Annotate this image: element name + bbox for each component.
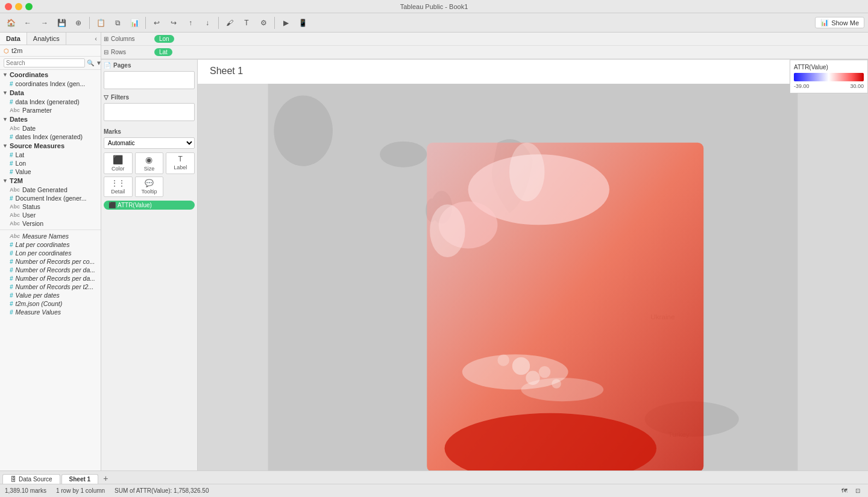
shelves-area: ⊞ Columns Lon ⊟ Rows Lat bbox=[101, 33, 868, 60]
field-user[interactable]: Abc User bbox=[0, 211, 101, 219]
columns-label-text: Columns bbox=[111, 36, 134, 42]
field-lon-per-coord[interactable]: # Lon per coordinates bbox=[0, 249, 101, 257]
datasource-tab[interactable]: 🗄 Data Source bbox=[2, 474, 60, 484]
field-label: data Index (generated) bbox=[16, 98, 80, 105]
device-preview-button[interactable]: 📱 bbox=[295, 16, 310, 30]
field-list: ▼ Coordinates # coordinates Index (gen..… bbox=[0, 70, 101, 484]
field-document-index[interactable]: # Document Index (gener... bbox=[0, 194, 101, 202]
folder-t2m[interactable]: ▼ T2M bbox=[0, 176, 101, 186]
folder-dates[interactable]: ▼ Dates bbox=[0, 114, 101, 124]
folder-coordinates[interactable]: ▼ Coordinates bbox=[0, 70, 101, 80]
marks-tooltip-button[interactable]: 💬 Tooltip bbox=[135, 177, 164, 197]
filters-shelf-box[interactable] bbox=[104, 103, 195, 121]
field-status[interactable]: Abc Status bbox=[0, 202, 101, 211]
columns-pill-lon[interactable]: Lon bbox=[154, 35, 174, 43]
legend-max-label: 30.00 bbox=[850, 83, 864, 89]
redo-button[interactable]: ↪ bbox=[166, 16, 181, 30]
toolbar-right: 📊 Show Me bbox=[815, 17, 864, 28]
field-records-t2m[interactable]: # Number of Records per t2... bbox=[0, 283, 101, 291]
folder-source-measures[interactable]: ▼ Source Measures bbox=[0, 141, 101, 151]
field-label: Parameter bbox=[22, 107, 52, 114]
field-data-index[interactable]: # data Index (generated) bbox=[0, 98, 101, 106]
rows-pill-lat[interactable]: Lat bbox=[154, 48, 172, 56]
field-date[interactable]: Abc Date bbox=[0, 124, 101, 133]
field-parameter[interactable]: Abc Parameter bbox=[0, 106, 101, 114]
new-sheet-tab-button[interactable]: + bbox=[99, 473, 112, 484]
datasource-name[interactable]: t2m bbox=[11, 47, 22, 54]
show-me-button[interactable]: 📊 Show Me bbox=[815, 17, 864, 28]
field-lon[interactable]: # Lon bbox=[0, 159, 101, 167]
tab-analytics[interactable]: Analytics bbox=[27, 33, 66, 45]
field-coordinates-index[interactable]: # coordinates Index (gen... bbox=[0, 80, 101, 88]
field-t2m-count[interactable]: # t2m.json (Count) bbox=[0, 299, 101, 308]
maximize-button[interactable] bbox=[25, 3, 33, 10]
format-button[interactable]: 🖌 bbox=[222, 16, 237, 30]
tab-data[interactable]: Data bbox=[0, 33, 27, 45]
field-version[interactable]: Abc Version bbox=[0, 219, 101, 228]
marks-field-pill-attr-value[interactable]: ⬛ ATTR(Value) bbox=[104, 201, 195, 210]
datasource-tab-label: Data Source bbox=[19, 476, 52, 483]
folder-data[interactable]: ▼ Data bbox=[0, 88, 101, 98]
field-measure-values[interactable]: # Measure Values bbox=[0, 308, 101, 316]
pages-icon: 📄 bbox=[104, 62, 111, 69]
forward-button[interactable]: → bbox=[37, 16, 52, 30]
field-lat[interactable]: # Lat bbox=[0, 151, 101, 159]
field-label: Value per dates bbox=[16, 292, 60, 299]
status-sum-label: SUM of ATTR(Value): 1,758,326.50 bbox=[115, 487, 209, 494]
save-button[interactable]: 💾 bbox=[54, 16, 69, 30]
duplicate-sheet-button[interactable]: ⧉ bbox=[110, 16, 125, 30]
status-right: 🗺 ⊡ bbox=[839, 486, 863, 496]
datasource-row: ⬡ t2m bbox=[0, 45, 101, 57]
marks-color-button[interactable]: ⬛ Color bbox=[104, 152, 133, 174]
field-label: Date bbox=[22, 125, 36, 132]
measure-icon: # bbox=[10, 152, 13, 158]
sheet-options-button[interactable]: 📊 bbox=[127, 16, 142, 30]
field-date-generated[interactable]: Abc Date Generated bbox=[0, 186, 101, 194]
legend-min-label: -39.00 bbox=[794, 83, 810, 89]
sort-desc-button[interactable]: ↓ bbox=[200, 16, 215, 30]
field-value[interactable]: # Value bbox=[0, 167, 101, 176]
sheet1-tab[interactable]: Sheet 1 bbox=[61, 474, 99, 484]
toolbar-separator-3 bbox=[218, 17, 219, 29]
close-button[interactable] bbox=[5, 3, 12, 10]
back-button[interactable]: ← bbox=[20, 16, 35, 30]
status-fit-button[interactable]: ⊡ bbox=[852, 486, 863, 496]
present-button[interactable]: ▶ bbox=[278, 16, 293, 30]
add-datasource-button[interactable]: ⊕ bbox=[71, 16, 86, 30]
search-input[interactable] bbox=[4, 58, 85, 67]
marks-size-button[interactable]: ◉ Size bbox=[135, 152, 164, 174]
pages-shelf-box[interactable] bbox=[104, 71, 195, 89]
measure-icon: # bbox=[10, 99, 13, 105]
status-map-button[interactable]: 🗺 bbox=[839, 486, 850, 496]
map-container[interactable]: Ukraine Turkey bbox=[198, 84, 868, 484]
label-button[interactable]: T bbox=[239, 16, 254, 30]
marks-label-button[interactable]: T Label bbox=[166, 152, 195, 174]
status-rows-label: 1 row by 1 column bbox=[56, 487, 105, 494]
minimize-button[interactable] bbox=[15, 3, 22, 10]
field-records-da1[interactable]: # Number of Records per da... bbox=[0, 266, 101, 274]
color-icon: ⬛ bbox=[113, 155, 123, 164]
field-label: Measure Values bbox=[16, 308, 61, 316]
marks-color-label: Color bbox=[112, 166, 125, 172]
marks-type-select[interactable]: Automatic Bar Line Area Circle Square Te… bbox=[104, 137, 195, 149]
field-records-da2[interactable]: # Number of Records per da... bbox=[0, 274, 101, 283]
undo-button[interactable]: ↩ bbox=[149, 16, 164, 30]
home-button[interactable]: 🏠 bbox=[4, 16, 18, 30]
field-records-coord[interactable]: # Number of Records per co... bbox=[0, 257, 101, 266]
marks-detail-button[interactable]: ⋮⋮ Detail bbox=[104, 177, 133, 197]
field-label: coordinates Index (gen... bbox=[16, 80, 86, 87]
search-icon[interactable]: 🔍 bbox=[87, 60, 94, 66]
field-measure-names[interactable]: Abc Measure Names bbox=[0, 232, 101, 240]
filters-icon: ▽ bbox=[104, 94, 108, 101]
filter-icon[interactable]: ▼ bbox=[96, 60, 101, 66]
new-sheet-button[interactable]: 📋 bbox=[93, 16, 108, 30]
pages-label: Pages bbox=[113, 62, 131, 69]
sort-asc-button[interactable]: ↑ bbox=[183, 16, 198, 30]
collapse-panel-button[interactable]: ‹ bbox=[91, 33, 101, 45]
field-lat-per-coord[interactable]: # Lat per coordinates bbox=[0, 240, 101, 249]
tooltip-button[interactable]: ⚙ bbox=[256, 16, 271, 30]
field-value-per-dates[interactable]: # Value per dates bbox=[0, 291, 101, 299]
europe-heatmap-svg: © 2021 Mapbox © OpenStreetMap bbox=[198, 84, 868, 484]
field-dates-index[interactable]: # dates Index (generated) bbox=[0, 133, 101, 141]
columns-icon: ⊞ bbox=[104, 36, 108, 42]
